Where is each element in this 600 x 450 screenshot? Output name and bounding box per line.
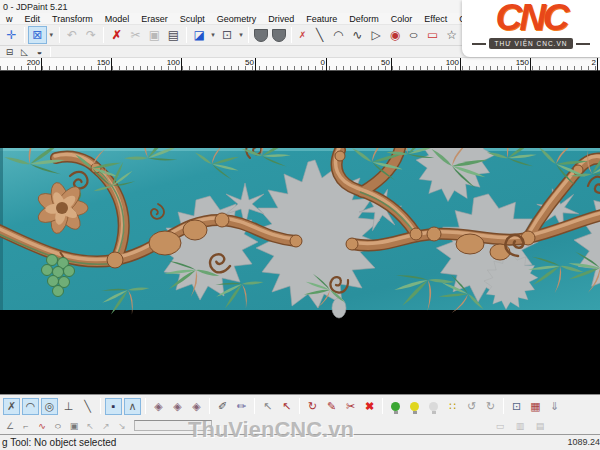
perpendicular-snap-icon[interactable]: ⊥ [60,398,77,415]
snap-toolbar: ✗ ◠ ◎ ⊥ ╲ ▪ ∧ ◈ ◈ ◈ ✐ ✏ ↖ ↖ ↻ ✎ ✂ ✖ ∷ ↺ … [0,394,600,417]
ruler-label: 0 [307,58,327,71]
surface-caret-icon[interactable]: ▾ [236,26,245,44]
grid-snap-1-icon[interactable]: ◈ [150,398,167,415]
ruler-label: 100 [162,58,182,71]
menu-effect[interactable]: Effect [418,14,453,24]
toolbar-separator [382,398,383,414]
menu-transform[interactable]: Transform [46,14,99,24]
horizontal-ruler: 200 150 100 50 0 50 100 150 2 [0,58,600,71]
faint-tool-1-icon[interactable]: ▭ [493,419,507,432]
toolbar-separator [103,27,104,43]
relief-design-plate[interactable] [0,148,600,323]
copy-icon[interactable]: ▣ [145,26,164,44]
relief-tooth-alt-icon[interactable] [272,29,286,42]
cursor-1-icon[interactable]: ↖ [83,419,97,432]
toolbar-separator [24,27,25,43]
cnc-caption-text: THƯ VIỆN CNC.VN [489,38,574,49]
menu-color[interactable]: Color [385,14,419,24]
color-dots-icon[interactable]: ∷ [444,398,461,415]
arc-draw-icon[interactable]: ◠ [329,26,348,44]
toolbar-separator [291,27,292,43]
vertex-snap-icon[interactable]: ∧ [124,398,141,415]
fill-tool-icon[interactable]: ◪ [190,26,209,44]
ruler-label: 150 [511,58,531,71]
ruler-label: 2 [578,58,598,71]
menu-model[interactable]: Model [99,14,136,24]
toolbar-separator [254,398,255,414]
gray-ellipse-icon[interactable]: ○ [48,419,68,432]
delete-icon[interactable]: ✗ [107,26,126,44]
view-manager-icon[interactable]: ⊟ [2,46,17,57]
design-viewport[interactable] [0,71,600,394]
menu-deform[interactable]: Deform [343,14,385,24]
swirl-prev-icon[interactable]: ↺ [463,398,480,415]
cut-object-icon[interactable]: ✂ [342,398,359,415]
toolbar-separator [145,398,146,414]
red-curve-icon[interactable]: ∿ [35,419,49,432]
ruler-label: 100 [441,58,461,71]
line-draw-icon[interactable]: ╲ [310,26,329,44]
fillet-arc-icon[interactable]: ◠ [22,398,39,415]
relief-tooth-icon[interactable] [254,29,268,42]
fill-caret-icon[interactable]: ▾ [209,26,218,44]
grid-table-icon[interactable]: ▦ [527,398,544,415]
toolbar-separator [186,27,187,43]
cursor-3-icon[interactable]: ↘ [115,419,129,432]
curve-draw-icon[interactable]: ∿ [348,26,367,44]
thuviencnc-watermark: ThuVienCNC.vn [188,417,354,443]
status-message: g Tool: No object selected [0,437,116,448]
collapse-panel-icon[interactable]: ⇓ [546,398,563,415]
menu-sculpt[interactable]: Sculpt [174,14,211,24]
menu-eraser[interactable]: Eraser [135,14,174,24]
banner-line-right [576,43,590,45]
render-light-yellow-icon[interactable] [406,398,423,415]
point-snap-icon[interactable]: ▪ [105,398,122,415]
node-snap-icon[interactable]: ◎ [41,398,58,415]
select-caret-icon[interactable]: ▾ [47,26,56,44]
delete-all-icon[interactable]: ✖ [361,398,378,415]
plate-handle-knob[interactable] [332,298,346,318]
angle-measure-icon[interactable]: ◺ [17,46,32,57]
menu-view[interactable]: w [0,14,19,24]
menu-drived[interactable]: Drived [262,14,300,24]
smooth-brush-1-icon[interactable]: ✐ [214,398,231,415]
paste-icon[interactable]: ▤ [164,26,183,44]
corner-rect-icon[interactable]: ⌐ [19,419,33,432]
menu-edit[interactable]: Edit [19,14,47,24]
grid-snap-3-icon[interactable]: ◈ [188,398,205,415]
faint-tool-2-icon[interactable]: ▥ [513,419,527,432]
image-box-icon[interactable]: ▣ [67,419,81,432]
grid-snap-2-icon[interactable]: ◈ [169,398,186,415]
render-light-green-icon[interactable] [387,398,404,415]
menu-feature[interactable]: Feature [300,14,343,24]
cnc-logo-watermark: CNC THƯ VIỆN CNC.VN [462,0,600,57]
undo-icon[interactable]: ↶ [63,26,82,44]
cut-icon[interactable]: ✂ [126,26,145,44]
balloon-note-icon[interactable]: ◒ [32,46,47,57]
cube-view-icon[interactable]: ⊡ [508,398,525,415]
point-draw-icon[interactable]: ✗ [295,30,310,41]
redo-icon[interactable]: ↷ [82,26,101,44]
cursor-2-icon[interactable]: ↗ [99,419,113,432]
toolbar-separator [503,398,504,414]
move-tool-icon[interactable]: ✛ [2,26,21,44]
swirl-next-icon[interactable]: ↻ [482,398,499,415]
faint-tool-3-icon[interactable]: ▤ [533,419,547,432]
select-tool-icon[interactable]: ⊠ [28,26,47,44]
pick-clear-icon[interactable]: ↖ [259,398,276,415]
render-light-off-icon[interactable] [425,398,442,415]
transform-copy-icon[interactable]: ↻ [304,398,321,415]
toolbar-separator [50,47,51,57]
ellipse-draw-icon[interactable]: ○ [401,26,426,44]
pick-clear-red-icon[interactable]: ↖ [278,398,295,415]
edit-pencil-icon[interactable]: ✎ [323,398,340,415]
polyline-draw-icon[interactable]: ▷ [367,26,386,44]
status-coordinate: 1089.24 [567,437,600,447]
trim-tool-icon[interactable]: ✗ [3,398,20,415]
smooth-brush-2-icon[interactable]: ✏ [233,398,250,415]
star-draw-icon[interactable]: ☆ [442,26,461,44]
menu-geometry[interactable]: Geometry [211,14,263,24]
tangent-snap-icon[interactable]: ╲ [79,398,96,415]
surface-tool-icon[interactable]: ⊡ [218,26,237,44]
line-flag-icon[interactable]: ∠ [3,419,17,432]
